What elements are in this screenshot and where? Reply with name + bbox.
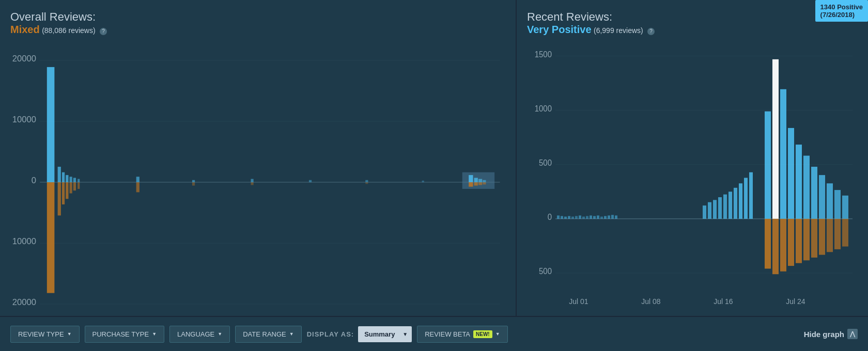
svg-rect-84	[708, 202, 711, 219]
svg-rect-23	[62, 182, 65, 204]
svg-text:10000: 10000	[12, 115, 36, 124]
svg-rect-89	[734, 188, 737, 219]
svg-rect-102	[796, 219, 802, 263]
svg-rect-92	[749, 172, 753, 219]
hide-graph-chevron-icon: ⋀	[847, 329, 858, 339]
svg-rect-25	[66, 182, 68, 199]
svg-rect-96	[772, 219, 779, 274]
svg-text:Jul 16: Jul 16	[714, 297, 733, 306]
svg-rect-38	[309, 180, 312, 182]
date-range-button[interactable]: DATE RANGE ▼	[235, 326, 301, 343]
svg-rect-108	[819, 219, 825, 255]
svg-text:20000: 20000	[12, 54, 36, 63]
svg-rect-101	[796, 145, 802, 219]
filter-toolbar: REVIEW TYPE ▼ PURCHASE TYPE ▼ LANGUAGE ▼…	[0, 316, 868, 351]
svg-rect-19	[47, 182, 55, 293]
purchase-type-button[interactable]: PURCHASE TYPE ▼	[85, 326, 165, 343]
svg-text:1500: 1500	[535, 50, 552, 59]
review-type-button[interactable]: REVIEW TYPE ▼	[10, 326, 80, 343]
svg-rect-28	[73, 178, 76, 183]
svg-rect-87	[723, 195, 727, 219]
svg-rect-113	[842, 196, 848, 219]
svg-rect-70	[571, 217, 574, 219]
svg-rect-98	[780, 219, 786, 272]
svg-rect-47	[474, 182, 478, 185]
svg-rect-33	[136, 182, 140, 192]
svg-text:20000: 20000	[12, 297, 36, 307]
help-icon-recent[interactable]: ?	[647, 28, 655, 35]
svg-rect-90	[739, 183, 742, 219]
svg-rect-105	[811, 167, 817, 219]
svg-rect-68	[564, 217, 567, 219]
overall-chart: 20000 10000 0 10000 20000 Oct Jan Apr Ju…	[10, 45, 505, 311]
svg-rect-77	[597, 215, 599, 218]
svg-rect-76	[593, 216, 596, 219]
hide-graph-label: Hide graph	[804, 330, 844, 339]
svg-rect-80	[608, 215, 610, 218]
svg-rect-22	[62, 172, 65, 182]
svg-rect-81	[611, 215, 614, 219]
svg-rect-95	[772, 59, 779, 219]
svg-text:Jul 08: Jul 08	[641, 297, 660, 306]
recent-review-count: (6,999 reviews)	[594, 26, 643, 35]
svg-rect-44	[469, 175, 473, 182]
svg-rect-94	[765, 219, 771, 269]
svg-rect-100	[788, 219, 794, 266]
review-type-chevron-icon: ▼	[67, 331, 72, 337]
svg-rect-18	[47, 67, 55, 182]
svg-rect-37	[251, 182, 253, 185]
svg-rect-36	[251, 179, 253, 182]
svg-rect-46	[474, 178, 478, 183]
svg-rect-110	[827, 219, 833, 252]
help-icon-overall[interactable]: ?	[100, 28, 107, 35]
display-as-select[interactable]: Summary Details	[358, 326, 412, 342]
language-label: LANGUAGE	[177, 330, 214, 338]
svg-rect-74	[586, 216, 588, 219]
svg-text:Jul 01: Jul 01	[569, 297, 588, 306]
svg-rect-111	[834, 190, 841, 219]
svg-rect-97	[780, 89, 786, 219]
display-as-label: DISPLAY AS:	[307, 330, 354, 338]
svg-rect-67	[561, 216, 563, 219]
svg-rect-114	[842, 219, 848, 247]
svg-rect-48	[478, 179, 482, 182]
language-button[interactable]: LANGUAGE ▼	[169, 326, 230, 343]
svg-text:500: 500	[539, 158, 552, 167]
display-as-select-wrapper: Summary Details ▼	[358, 326, 412, 342]
svg-rect-107	[819, 175, 825, 219]
svg-text:0: 0	[32, 176, 36, 185]
overall-reviews-panel: Overall Reviews: Mixed (88,086 reviews) …	[0, 0, 517, 316]
review-beta-button[interactable]: REVIEW BETA NEW! ▼	[417, 326, 507, 343]
svg-rect-29	[73, 182, 76, 190]
svg-rect-24	[66, 175, 68, 182]
svg-rect-32	[136, 177, 140, 182]
svg-rect-35	[192, 182, 195, 185]
svg-rect-106	[811, 219, 817, 258]
recent-chart: 1500 1000 500 0 500 Jul 01 Jul 08 Jul 16…	[527, 45, 858, 311]
display-as-group: DISPLAY AS: Summary Details ▼	[307, 326, 412, 342]
recent-reviews-panel: Recent Reviews: Very Positive (6,999 rev…	[517, 0, 868, 316]
recent-reviews-title: Recent Reviews:	[527, 10, 612, 23]
svg-rect-69	[568, 216, 570, 219]
svg-rect-30	[78, 179, 80, 182]
svg-rect-73	[582, 217, 585, 219]
svg-text:Jul 24: Jul 24	[786, 297, 805, 306]
overall-rating: Mixed	[10, 24, 40, 35]
svg-rect-99	[788, 128, 794, 219]
svg-rect-27	[70, 182, 72, 193]
svg-text:0: 0	[548, 213, 552, 222]
hide-graph-button[interactable]: Hide graph ⋀	[804, 329, 858, 339]
recent-rating: Very Positive	[527, 24, 592, 35]
svg-rect-78	[600, 217, 603, 219]
language-chevron-icon: ▼	[218, 331, 222, 337]
svg-text:1000: 1000	[535, 104, 552, 113]
svg-rect-85	[713, 200, 717, 218]
svg-rect-88	[729, 192, 732, 219]
purchase-type-chevron-icon: ▼	[152, 331, 157, 337]
svg-rect-86	[718, 197, 722, 219]
tooltip-text: 1340 Positive(7/26/2018)	[820, 3, 863, 19]
svg-rect-83	[703, 205, 706, 219]
overall-reviews-title: Overall Reviews:	[10, 10, 96, 23]
svg-rect-41	[422, 181, 424, 182]
svg-rect-51	[483, 182, 486, 184]
